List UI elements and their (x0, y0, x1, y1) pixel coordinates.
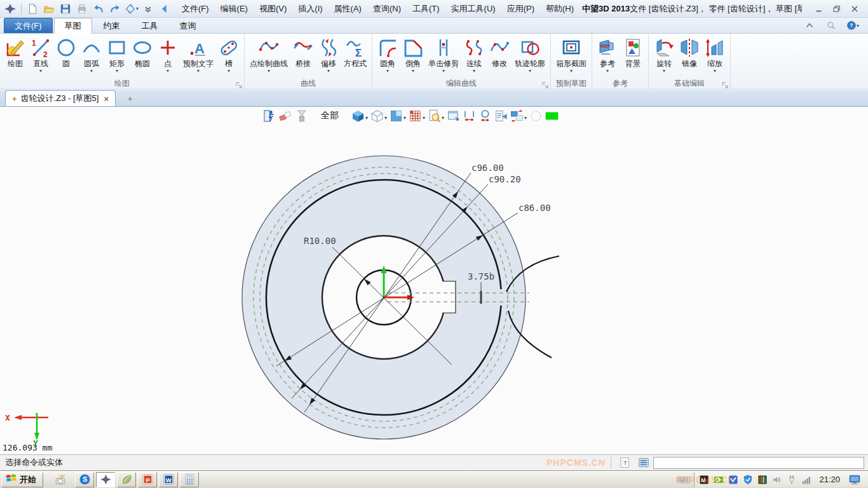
taskbar-s-browser-button[interactable]: S (75, 472, 94, 487)
menu-item[interactable]: 实用工具(U) (445, 0, 501, 17)
new-tab-button[interactable]: + (121, 92, 140, 106)
list-panel-button[interactable] (637, 456, 651, 469)
qat-open-folder-button[interactable] (41, 1, 57, 17)
ribbon-button-fillet[interactable]: 圆角▾ (375, 35, 400, 74)
tray-speaker-icon[interactable] (771, 474, 783, 485)
ribbon-button-one-click-trim[interactable]: 单击修剪▾ (426, 35, 461, 74)
ribbon-tab[interactable]: 查询 (170, 18, 207, 33)
restore-button[interactable] (831, 4, 843, 14)
qat-regen-button[interactable]: ▾ (124, 1, 139, 17)
ribbon-button-equation-curve[interactable]: Σ方程式 (341, 35, 369, 74)
view-dotted-circle-button[interactable] (529, 109, 543, 123)
taskbar-clock[interactable]: 21:20 (815, 475, 844, 484)
view-window-fit-button[interactable] (447, 109, 460, 123)
tray-shield-check-icon[interactable] (742, 474, 754, 485)
view-width-dim-button[interactable] (463, 109, 476, 123)
view-view-plane-button[interactable]: ▾ (390, 109, 406, 123)
table-panel-button[interactable]: T (618, 456, 632, 469)
view-shaded-cube-button[interactable]: ▾ (351, 109, 368, 123)
ribbon-button-rotate[interactable]: 旋转▾ (651, 35, 677, 74)
dimension-pitch-diameter[interactable]: c90.20 (489, 174, 521, 184)
ribbon-button-ellipse[interactable]: 椭圆 (130, 35, 155, 74)
taskbar-word-button[interactable]: W (159, 472, 178, 487)
ribbon-tab[interactable]: 草图 (54, 18, 92, 34)
qat-new-doc-button[interactable] (25, 1, 40, 17)
qat-save-floppy-button[interactable] (58, 1, 73, 17)
search-button[interactable] (825, 20, 837, 31)
ribbon-button-point-plus[interactable]: 点▾ (155, 35, 180, 74)
qat-redo-button[interactable] (107, 1, 123, 17)
dialog-launcher-icon[interactable] (542, 81, 548, 87)
view-note-page-button[interactable] (494, 109, 508, 123)
view-zoom-doc-button[interactable]: ▾ (428, 109, 444, 123)
menu-item[interactable]: 文件(F) (176, 0, 215, 17)
close-button[interactable] (849, 4, 860, 14)
menu-item[interactable]: 工具(T) (407, 0, 445, 17)
ribbon-button-scale[interactable]: 缩放▾ (702, 35, 728, 74)
ribbon-button-rectangle[interactable]: 矩形▾ (104, 35, 130, 74)
taskbar-calculator-button[interactable] (180, 472, 199, 487)
tray-led-grid-icon[interactable] (757, 474, 768, 485)
menu-item[interactable]: 帮助(H) (540, 0, 580, 17)
ribbon-button-bridge-curve[interactable]: 桥接 (290, 35, 316, 74)
minimize-button[interactable] (813, 4, 825, 14)
menu-item[interactable]: 插入(I) (292, 0, 328, 17)
show-desktop-button[interactable] (847, 473, 862, 487)
tray-power-plug-icon[interactable] (786, 474, 797, 485)
taskbar-launcher[interactable] (52, 472, 69, 487)
ribbon-button-point-curve[interactable]: 点绘制曲线▾ (247, 35, 290, 74)
taskbar-leaf-mail-button[interactable] (117, 472, 136, 487)
ribbon-button-continuous[interactable]: 连续▾ (461, 35, 487, 74)
qat-collapse-left-button[interactable] (157, 1, 172, 17)
ribbon-button-reference[interactable]: REF参考▾ (595, 35, 620, 74)
qat-zw3d-logo-button[interactable] (3, 1, 18, 17)
view-exit-sketch-button[interactable] (263, 109, 276, 123)
sketch-canvas[interactable]: 全部▾▾▾▾▾▾ (0, 107, 868, 454)
ribbon-button-offset-curve[interactable]: 偏移▾ (316, 35, 341, 74)
qat-customize-chevron-button[interactable] (140, 1, 156, 17)
ribbon-button-box-section[interactable]: 箱形截面▾ (553, 35, 589, 74)
view-wireframe-cube-button[interactable]: ▾ (370, 109, 387, 123)
view-green-swatch-button[interactable] (545, 109, 559, 123)
ribbon-button-mirror[interactable]: 镜像 (677, 35, 702, 74)
view-grid-button[interactable]: ▾ (409, 109, 425, 123)
menu-item[interactable]: 视图(V) (254, 0, 292, 17)
ribbon-button-background[interactable]: 背景 (620, 35, 646, 74)
view-diameter-dim-button[interactable] (478, 109, 492, 123)
menu-item[interactable]: 应用(P) (501, 0, 540, 17)
start-button[interactable]: 开始 (1, 472, 43, 487)
qat-printer-button[interactable] (74, 1, 90, 17)
ribbon-button-chamfer[interactable]: 倒角▾ (400, 35, 426, 74)
qat-undo-button[interactable] (91, 1, 106, 17)
tab-close-icon[interactable]: × (104, 94, 109, 104)
display-filter-all[interactable]: 全部 (321, 110, 339, 121)
collapse-chevron-button[interactable] (803, 20, 816, 31)
dimension-tip-diameter[interactable]: c96.00 (471, 163, 504, 173)
ribbon-button-modify-curve[interactable]: 修改 (487, 35, 512, 74)
ribbon-tab[interactable]: 文件(F) (4, 18, 53, 33)
view-filter-button[interactable] (295, 109, 308, 123)
ribbon-button-sketch-draw[interactable]: 绘图 (3, 35, 28, 74)
dialog-launcher-icon[interactable] (722, 81, 728, 87)
ribbon-button-circle[interactable]: 圆 (53, 35, 79, 74)
ribbon-button-trace-profile[interactable]: 轨迹轮廓▾ (512, 35, 548, 74)
dialog-launcher-icon[interactable] (236, 81, 242, 87)
ribbon-button-ready-text[interactable]: A预制文字▾ (180, 35, 216, 74)
command-input[interactable] (653, 457, 864, 469)
view-swap-views-button[interactable]: ▾ (510, 109, 527, 123)
menu-item[interactable]: 编辑(E) (215, 0, 254, 17)
help-button[interactable]: ?▾ (846, 20, 859, 31)
tray-signal-bars-icon[interactable] (801, 474, 812, 485)
menu-item[interactable]: 属性(A) (329, 0, 367, 17)
taskbar-powerpoint-button[interactable]: P (138, 472, 157, 487)
ribbon-tab[interactable]: 工具 (132, 18, 168, 33)
ribbon-tab[interactable]: 约束 (93, 18, 130, 33)
ribbon-button-arc[interactable]: 圆弧▾ (79, 35, 104, 74)
dimension-root-diameter[interactable]: c86.00 (519, 203, 551, 213)
document-tab-active[interactable]: + 齿轮设计.Z3 - [草图5] × (5, 90, 116, 106)
dimension-slot-width[interactable]: 3.75b (468, 271, 494, 281)
taskbar-zw3d-flag-button[interactable] (96, 472, 115, 487)
ribbon-button-slot[interactable]: 槽▾ (216, 35, 241, 74)
dimension-bore-radius[interactable]: R10.00 (304, 236, 336, 246)
view-eraser-button[interactable] (279, 109, 292, 123)
